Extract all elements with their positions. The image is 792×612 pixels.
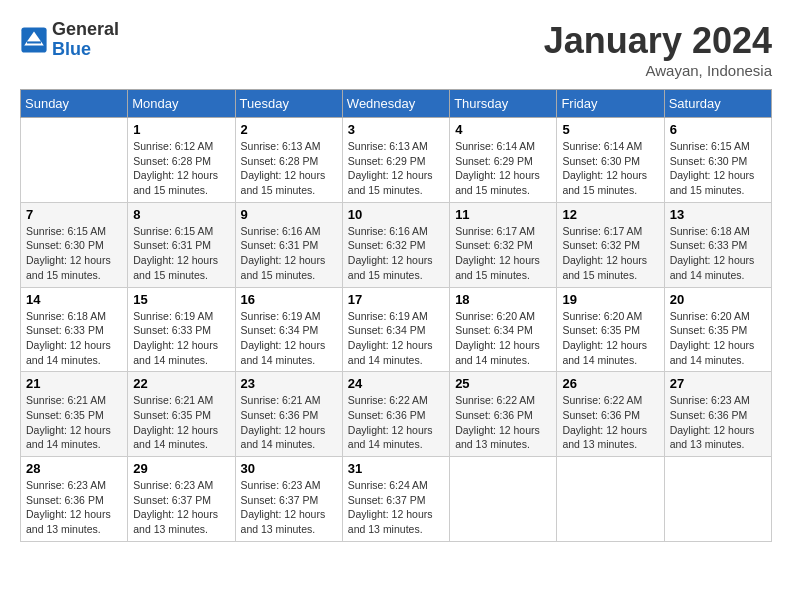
day-cell: 18 Sunrise: 6:20 AM Sunset: 6:34 PM Dayl… [450, 287, 557, 372]
page-header: General Blue January 2024 Awayan, Indone… [20, 20, 772, 79]
day-info: Sunrise: 6:18 AM Sunset: 6:33 PM Dayligh… [670, 224, 766, 283]
day-info: Sunrise: 6:16 AM Sunset: 6:31 PM Dayligh… [241, 224, 337, 283]
day-info: Sunrise: 6:15 AM Sunset: 6:30 PM Dayligh… [670, 139, 766, 198]
day-header-tuesday: Tuesday [235, 90, 342, 118]
day-info: Sunrise: 6:21 AM Sunset: 6:36 PM Dayligh… [241, 393, 337, 452]
day-number: 10 [348, 207, 444, 222]
day-info: Sunrise: 6:13 AM Sunset: 6:28 PM Dayligh… [241, 139, 337, 198]
day-cell: 11 Sunrise: 6:17 AM Sunset: 6:32 PM Dayl… [450, 202, 557, 287]
day-number: 15 [133, 292, 229, 307]
day-info: Sunrise: 6:16 AM Sunset: 6:32 PM Dayligh… [348, 224, 444, 283]
day-header-thursday: Thursday [450, 90, 557, 118]
day-info: Sunrise: 6:20 AM Sunset: 6:35 PM Dayligh… [562, 309, 658, 368]
logo-blue: Blue [52, 39, 91, 59]
day-info: Sunrise: 6:15 AM Sunset: 6:30 PM Dayligh… [26, 224, 122, 283]
day-info: Sunrise: 6:12 AM Sunset: 6:28 PM Dayligh… [133, 139, 229, 198]
week-row-4: 21 Sunrise: 6:21 AM Sunset: 6:35 PM Dayl… [21, 372, 772, 457]
day-cell: 23 Sunrise: 6:21 AM Sunset: 6:36 PM Dayl… [235, 372, 342, 457]
day-info: Sunrise: 6:14 AM Sunset: 6:30 PM Dayligh… [562, 139, 658, 198]
calendar-header-row: SundayMondayTuesdayWednesdayThursdayFrid… [21, 90, 772, 118]
day-cell: 4 Sunrise: 6:14 AM Sunset: 6:29 PM Dayli… [450, 118, 557, 203]
day-cell: 13 Sunrise: 6:18 AM Sunset: 6:33 PM Dayl… [664, 202, 771, 287]
day-cell: 9 Sunrise: 6:16 AM Sunset: 6:31 PM Dayli… [235, 202, 342, 287]
day-info: Sunrise: 6:17 AM Sunset: 6:32 PM Dayligh… [455, 224, 551, 283]
day-cell: 14 Sunrise: 6:18 AM Sunset: 6:33 PM Dayl… [21, 287, 128, 372]
day-cell: 25 Sunrise: 6:22 AM Sunset: 6:36 PM Dayl… [450, 372, 557, 457]
day-number: 31 [348, 461, 444, 476]
day-number: 5 [562, 122, 658, 137]
day-cell: 19 Sunrise: 6:20 AM Sunset: 6:35 PM Dayl… [557, 287, 664, 372]
day-number: 2 [241, 122, 337, 137]
day-info: Sunrise: 6:20 AM Sunset: 6:34 PM Dayligh… [455, 309, 551, 368]
week-row-5: 28 Sunrise: 6:23 AM Sunset: 6:36 PM Dayl… [21, 457, 772, 542]
location: Awayan, Indonesia [544, 62, 772, 79]
day-info: Sunrise: 6:23 AM Sunset: 6:37 PM Dayligh… [133, 478, 229, 537]
day-header-wednesday: Wednesday [342, 90, 449, 118]
title-block: January 2024 Awayan, Indonesia [544, 20, 772, 79]
day-number: 25 [455, 376, 551, 391]
day-cell: 12 Sunrise: 6:17 AM Sunset: 6:32 PM Dayl… [557, 202, 664, 287]
day-number: 11 [455, 207, 551, 222]
day-info: Sunrise: 6:23 AM Sunset: 6:36 PM Dayligh… [670, 393, 766, 452]
logo-text: General Blue [52, 20, 119, 60]
day-number: 1 [133, 122, 229, 137]
day-cell: 17 Sunrise: 6:19 AM Sunset: 6:34 PM Dayl… [342, 287, 449, 372]
day-number: 21 [26, 376, 122, 391]
day-cell: 30 Sunrise: 6:23 AM Sunset: 6:37 PM Dayl… [235, 457, 342, 542]
day-number: 20 [670, 292, 766, 307]
day-cell: 6 Sunrise: 6:15 AM Sunset: 6:30 PM Dayli… [664, 118, 771, 203]
day-cell [664, 457, 771, 542]
day-cell: 8 Sunrise: 6:15 AM Sunset: 6:31 PM Dayli… [128, 202, 235, 287]
day-cell: 31 Sunrise: 6:24 AM Sunset: 6:37 PM Dayl… [342, 457, 449, 542]
day-cell [450, 457, 557, 542]
day-cell: 2 Sunrise: 6:13 AM Sunset: 6:28 PM Dayli… [235, 118, 342, 203]
day-info: Sunrise: 6:20 AM Sunset: 6:35 PM Dayligh… [670, 309, 766, 368]
day-header-monday: Monday [128, 90, 235, 118]
week-row-3: 14 Sunrise: 6:18 AM Sunset: 6:33 PM Dayl… [21, 287, 772, 372]
logo-icon [20, 26, 48, 54]
day-cell: 27 Sunrise: 6:23 AM Sunset: 6:36 PM Dayl… [664, 372, 771, 457]
day-number: 8 [133, 207, 229, 222]
day-header-saturday: Saturday [664, 90, 771, 118]
week-row-1: 1 Sunrise: 6:12 AM Sunset: 6:28 PM Dayli… [21, 118, 772, 203]
day-info: Sunrise: 6:19 AM Sunset: 6:34 PM Dayligh… [241, 309, 337, 368]
day-number: 17 [348, 292, 444, 307]
day-number: 4 [455, 122, 551, 137]
day-info: Sunrise: 6:15 AM Sunset: 6:31 PM Dayligh… [133, 224, 229, 283]
day-info: Sunrise: 6:22 AM Sunset: 6:36 PM Dayligh… [562, 393, 658, 452]
day-info: Sunrise: 6:21 AM Sunset: 6:35 PM Dayligh… [26, 393, 122, 452]
day-info: Sunrise: 6:22 AM Sunset: 6:36 PM Dayligh… [455, 393, 551, 452]
day-cell: 29 Sunrise: 6:23 AM Sunset: 6:37 PM Dayl… [128, 457, 235, 542]
day-cell: 15 Sunrise: 6:19 AM Sunset: 6:33 PM Dayl… [128, 287, 235, 372]
day-number: 6 [670, 122, 766, 137]
day-cell: 7 Sunrise: 6:15 AM Sunset: 6:30 PM Dayli… [21, 202, 128, 287]
day-cell: 22 Sunrise: 6:21 AM Sunset: 6:35 PM Dayl… [128, 372, 235, 457]
day-cell [557, 457, 664, 542]
day-number: 3 [348, 122, 444, 137]
day-number: 14 [26, 292, 122, 307]
day-header-sunday: Sunday [21, 90, 128, 118]
month-title: January 2024 [544, 20, 772, 62]
day-cell: 16 Sunrise: 6:19 AM Sunset: 6:34 PM Dayl… [235, 287, 342, 372]
day-info: Sunrise: 6:21 AM Sunset: 6:35 PM Dayligh… [133, 393, 229, 452]
day-cell: 28 Sunrise: 6:23 AM Sunset: 6:36 PM Dayl… [21, 457, 128, 542]
day-cell: 5 Sunrise: 6:14 AM Sunset: 6:30 PM Dayli… [557, 118, 664, 203]
day-cell: 24 Sunrise: 6:22 AM Sunset: 6:36 PM Dayl… [342, 372, 449, 457]
day-info: Sunrise: 6:22 AM Sunset: 6:36 PM Dayligh… [348, 393, 444, 452]
day-cell [21, 118, 128, 203]
day-info: Sunrise: 6:17 AM Sunset: 6:32 PM Dayligh… [562, 224, 658, 283]
day-number: 18 [455, 292, 551, 307]
day-cell: 26 Sunrise: 6:22 AM Sunset: 6:36 PM Dayl… [557, 372, 664, 457]
day-cell: 10 Sunrise: 6:16 AM Sunset: 6:32 PM Dayl… [342, 202, 449, 287]
day-info: Sunrise: 6:23 AM Sunset: 6:36 PM Dayligh… [26, 478, 122, 537]
logo-general: General [52, 19, 119, 39]
day-number: 30 [241, 461, 337, 476]
day-cell: 1 Sunrise: 6:12 AM Sunset: 6:28 PM Dayli… [128, 118, 235, 203]
day-number: 22 [133, 376, 229, 391]
logo: General Blue [20, 20, 119, 60]
day-number: 26 [562, 376, 658, 391]
day-number: 19 [562, 292, 658, 307]
day-info: Sunrise: 6:24 AM Sunset: 6:37 PM Dayligh… [348, 478, 444, 537]
day-number: 27 [670, 376, 766, 391]
calendar-table: SundayMondayTuesdayWednesdayThursdayFrid… [20, 89, 772, 542]
